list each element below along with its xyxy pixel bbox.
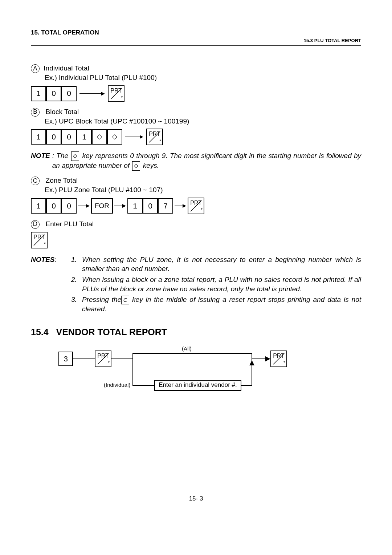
star-label: * [159,138,161,145]
note-2-text: When issuing a block or a zone total rep… [82,275,361,293]
svg-marker-15 [265,356,270,361]
notes-list: NOTES: 1.When setting the PLU zone, it i… [31,255,361,315]
key-0b[interactable]: 0 [61,86,77,101]
sect-c-title: Zone Total [46,177,78,184]
vendor-diagram: 3 PRT * (All) PRT [58,349,361,397]
note-t2: key represents 0 through 9. The most sig… [52,152,361,169]
key-0[interactable]: 0 [46,86,61,101]
svg-marker-1 [101,92,105,96]
key-c6[interactable]: 7 [158,198,173,214]
connector-line [252,358,266,359]
svg-marker-9 [122,204,126,208]
prt-key[interactable]: PRT * [188,198,204,214]
arrow-icon [79,92,105,96]
diamond-icon [134,164,138,168]
chapter-header: 15. TOTAL OPERATION [31,29,361,36]
section-15-4-heading: 15.4 VENDOR TOTAL REPORT [31,326,361,339]
c-key-inline: C [121,296,129,304]
individual-label: (Individual) [104,381,130,389]
svg-marker-11 [183,204,186,208]
key-1[interactable]: 1 [31,86,46,101]
note-1-text: When setting the PLU zone, it is not nec… [82,255,361,274]
sect-d-keys: PRT * [31,232,361,248]
arrow-icon [265,356,270,361]
prt-key[interactable]: PRT * [31,232,48,248]
diamond-key-1[interactable] [92,129,107,145]
notes-label: NOTES [31,256,54,263]
svg-line-2 [111,88,122,99]
for-key[interactable]: FOR [91,198,113,214]
connector-line [73,358,95,359]
key-3[interactable]: 3 [58,352,73,366]
connector-line [252,353,252,386]
arrow-icon [114,204,126,208]
key-b1[interactable]: 1 [31,129,46,145]
diamond-icon [112,134,117,139]
notes-colon: : [54,256,56,263]
diamond-icon [73,154,77,158]
key-b2[interactable]: 0 [46,129,61,145]
arrow-icon [78,204,90,208]
section-c: C Zone Total Ex.) PLU Zone Total (PLU #1… [31,176,361,214]
svg-line-5 [149,131,160,142]
sect-a-ex: Ex.) Individual PLU Total (PLU #100) [45,73,361,82]
key-c4[interactable]: 1 [127,198,143,214]
section-d: D Enter PLU Total PRT * [31,219,361,248]
prt-key[interactable]: PRT * [270,351,287,367]
note-block: NOTE : The key represents 0 through 9. T… [31,151,361,171]
arrow-icon [125,135,143,139]
diamond-key-inline [132,161,140,171]
note-label: NOTE [31,152,50,159]
connector-line [241,385,252,386]
label-b: B [31,108,40,117]
prt-key[interactable]: PRT * [108,85,124,102]
key-c1[interactable]: 1 [31,198,46,214]
sect-a-title: Individual Total [44,64,89,72]
svg-marker-16 [249,360,254,365]
svg-line-17 [273,353,284,364]
sect-b-keys: 1 0 0 1 PRT * [31,129,361,145]
section-a: A Individual Total Ex.) Individual PLU T… [31,64,361,102]
connector-line [132,353,252,354]
label-c: C [31,177,40,185]
connector-line [132,385,154,386]
connector-line [132,353,133,386]
diamond-key-inline [71,151,79,161]
star-label: * [108,360,110,366]
key-b3[interactable]: 0 [61,129,77,145]
sect-b-ex: Ex.) UPC Block Total (UPC #100100 ~ 1001… [45,117,361,126]
note-t3: keys. [143,162,159,169]
section-b: B Block Total Ex.) UPC Block Total (UPC … [31,107,361,146]
sect-a-keys: 1 0 0 PRT * [31,85,361,102]
note-t1: : The [52,152,71,159]
key-b4[interactable]: 1 [77,129,92,145]
key-c5[interactable]: 0 [143,198,158,214]
svg-line-14 [98,353,109,364]
sect-b-title-text: Block Total [46,108,79,116]
note-item-2: 2.When issuing a block or a zone total r… [71,275,361,293]
header-rule [31,45,361,46]
sect-c-keys: 1 0 0 FOR 1 0 7 PRT * [31,198,361,214]
key-c3[interactable]: 0 [61,198,77,214]
svg-marker-7 [86,204,90,208]
arrow-up-icon [249,360,254,365]
label-a: A [31,64,40,73]
diamond-icon [97,134,102,139]
prt-key[interactable]: PRT * [146,129,163,145]
svg-line-13 [34,235,45,246]
note-item-1: 1.When setting the PLU zone, it is not n… [71,255,361,274]
all-label: (All) [182,345,192,352]
diamond-key-2[interactable] [107,129,122,145]
key-c2[interactable]: 0 [46,198,61,214]
note-text: : The key represents 0 through 9. The mo… [52,151,361,171]
star-label: * [121,94,123,101]
prt-key[interactable]: PRT * [95,351,111,367]
enter-vendor-box: Enter an individual vendor #. [154,380,241,391]
page-number: 15- 3 [31,495,361,503]
star-label: * [201,207,203,213]
star-label: * [44,241,46,247]
svg-marker-4 [140,135,143,139]
note-item-3: 3.Pressing theC key in the middle of iss… [71,295,361,314]
connector-line [111,358,133,359]
star-label: * [283,360,285,366]
